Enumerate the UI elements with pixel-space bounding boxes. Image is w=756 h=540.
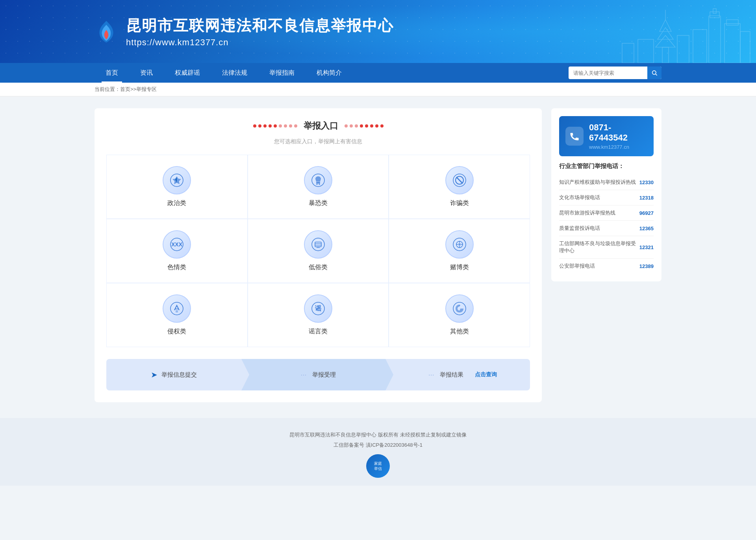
hotline-number-1: 12318 <box>639 195 654 201</box>
hotline-name-4: 工信部网络不良与垃圾信息举报受理中心 <box>559 240 639 254</box>
right-panel: 0871-67443542 www.km12377.cn 行业主管部门举报电话：… <box>551 108 662 402</box>
site-logo <box>94 18 118 45</box>
category-rumor-label: 谣言类 <box>309 327 328 336</box>
svg-rect-37 <box>176 310 178 313</box>
svg-rect-28 <box>315 242 321 247</box>
hotline-name-3: 质量监督投诉电话 <box>559 225 600 232</box>
phone-number: 0871-67443542 <box>589 122 647 143</box>
header: 昆明市互联网违法和不良信息举报中心 https://www.km12377.cn <box>0 0 756 63</box>
nav-item-guide[interactable]: 举报指南 <box>258 63 306 83</box>
fraud-icon <box>445 166 474 194</box>
svg-line-16 <box>656 74 657 76</box>
header-text: 昆明市互联网违法和不良信息举报中心 https://www.km12377.cn <box>126 16 394 48</box>
infringement-icon <box>163 294 191 323</box>
hotline-3: 质量监督投诉电话 12365 <box>559 221 654 236</box>
contact-bottom: 行业主管部门举报电话： 知识产权维权援助与举报投诉热线 12330 文化市场举报… <box>559 156 654 274</box>
phone-url: www.km12377.cn <box>589 144 647 150</box>
footer-icp: 工信部备案号 滇ICP备2022003648号-1 <box>0 440 756 450</box>
svg-text:XXX: XXX <box>171 241 183 248</box>
gambling-icon <box>445 230 474 259</box>
dots-right <box>345 124 384 128</box>
terror-icon <box>304 166 332 194</box>
report-section: 举报入口 您可选相应入口，举报网上有害信息 <box>94 108 542 402</box>
category-politics-label: 政治类 <box>167 199 186 207</box>
search-button[interactable] <box>647 67 662 79</box>
main-content: 举报入口 您可选相应入口，举报网上有害信息 <box>0 96 756 418</box>
hotline-2: 昆明市旅游投诉举报热线 96927 <box>559 205 654 221</box>
category-rumor[interactable]: 谣 谣言类 <box>248 283 389 347</box>
category-infringement[interactable]: 侵权类 <box>106 283 248 347</box>
category-other-label: 其他类 <box>450 327 469 336</box>
hotline-number-0: 12330 <box>639 179 654 185</box>
category-porn-label: 色情类 <box>167 263 186 272</box>
svg-point-40 <box>453 302 466 315</box>
svg-point-41 <box>459 305 460 306</box>
hotline-1: 文化市场举报电话 12318 <box>559 190 654 205</box>
section-title: 举报入口 <box>106 120 530 132</box>
category-vulgar-label: 低俗类 <box>309 263 328 272</box>
footer-badge: 家庭举信 <box>366 454 390 478</box>
site-url: https://www.km12377.cn <box>126 37 394 48</box>
nav-links: 首页 资讯 权威辟谣 法律法规 举报指南 机构简介 <box>94 63 353 83</box>
step-accept: ··· 举报受理 <box>241 359 386 390</box>
category-terror[interactable]: 暴恐类 <box>248 155 389 219</box>
svg-point-15 <box>652 71 656 74</box>
footer-copyright: 昆明市互联网违法和不良信息举报中心 版权所有 未经授权禁止复制或建立镜像 <box>0 430 756 440</box>
category-other[interactable]: 其他类 <box>389 283 530 347</box>
hotline-number-3: 12365 <box>639 226 654 231</box>
footer: 昆明市互联网违法和不良信息举报中心 版权所有 未经授权禁止复制或建立镜像 工信部… <box>0 418 756 486</box>
section-heading: 举报入口 <box>304 120 338 132</box>
category-fraud-label: 诈骗类 <box>450 199 469 207</box>
breadcrumb: 当前位置：首页>>举报专区 <box>0 83 756 96</box>
category-gambling[interactable]: 赌博类 <box>389 219 530 283</box>
hotline-name-2: 昆明市旅游投诉举报热线 <box>559 209 615 216</box>
porn-icon: XXX <box>163 230 191 259</box>
svg-line-24 <box>456 177 463 183</box>
section-subtitle: 您可选相应入口，举报网上有害信息 <box>106 138 530 145</box>
hotline-number-5: 12389 <box>639 263 654 269</box>
nav-item-law[interactable]: 法律法规 <box>211 63 258 83</box>
hotline-name-1: 文化市场举报电话 <box>559 194 600 201</box>
category-vulgar[interactable]: 低俗类 <box>248 219 389 283</box>
svg-rect-19 <box>316 182 320 183</box>
search-input[interactable] <box>569 70 647 76</box>
category-fraud[interactable]: 诈骗类 <box>389 155 530 219</box>
step-submit-label: 举报信息提交 <box>161 371 197 379</box>
hotline-number-4: 12321 <box>639 244 654 250</box>
result-dots: ··· <box>428 371 434 379</box>
nav-item-about[interactable]: 机构简介 <box>306 63 353 83</box>
politics-icon <box>163 166 191 194</box>
svg-point-34 <box>458 243 461 246</box>
svg-text:谣: 谣 <box>315 305 322 312</box>
step-accept-label: 举报受理 <box>312 371 336 379</box>
step-result: ··· 举报结果 点击查询 <box>385 359 530 390</box>
nav-item-news[interactable]: 资讯 <box>129 63 164 83</box>
dots-left <box>253 124 297 128</box>
nav-item-home[interactable]: 首页 <box>94 63 129 83</box>
report-categories-grid: 政治类 暴恐类 诈骗类 XXX <box>106 155 530 347</box>
contact-card: 0871-67443542 www.km12377.cn 行业主管部门举报电话：… <box>551 108 662 281</box>
hotlines-title: 行业主管部门举报电话： <box>559 163 654 170</box>
svg-point-27 <box>312 238 324 251</box>
svg-point-35 <box>170 302 183 315</box>
category-infringement-label: 侵权类 <box>167 327 186 336</box>
step-submit: ➤ 举报信息提交 <box>106 359 241 390</box>
svg-rect-31 <box>317 247 320 248</box>
phone-icon-box <box>565 127 584 146</box>
contact-top: 0871-67443542 www.km12377.cn <box>559 116 654 156</box>
hotline-number-2: 96927 <box>639 210 654 216</box>
category-terror-label: 暴恐类 <box>309 199 328 207</box>
nav-item-rumor[interactable]: 权威辟谣 <box>164 63 211 83</box>
svg-point-21 <box>319 184 320 185</box>
search-box <box>569 67 662 79</box>
accept-dots: ··· <box>301 371 307 379</box>
category-porn[interactable]: XXX 色情类 <box>106 219 248 283</box>
hotline-name-0: 知识产权维权援助与举报投诉热线 <box>559 179 636 186</box>
contact-top-text: 0871-67443542 www.km12377.cn <box>589 122 647 150</box>
category-politics[interactable]: 政治类 <box>106 155 248 219</box>
query-button[interactable]: 点击查询 <box>475 371 497 378</box>
other-icon <box>445 294 474 323</box>
footer-badge-text: 家庭举信 <box>374 461 382 471</box>
category-gambling-label: 赌博类 <box>450 263 469 272</box>
steps-bar: ➤ 举报信息提交 ··· 举报受理 ··· 举报结果 点击查询 <box>106 359 530 390</box>
